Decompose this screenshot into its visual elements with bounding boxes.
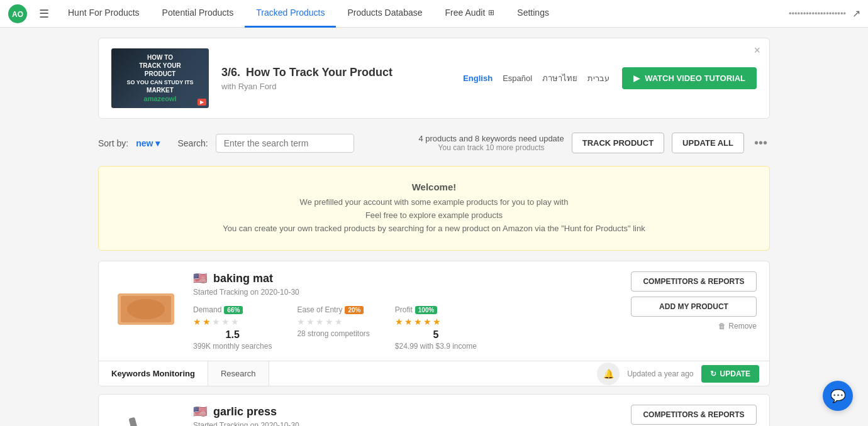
lang-espanol[interactable]: Español	[503, 74, 532, 83]
product-name-row: 🇺🇸 baking mat	[193, 271, 618, 285]
product-name: baking mat	[213, 272, 273, 285]
profit-value: 5	[395, 329, 477, 341]
hamburger-button[interactable]: ☰	[34, 4, 54, 23]
update-info: 4 products and 8 keywords need update Yo…	[418, 134, 564, 152]
product-tracking-date: Started Tracking on 2020-10-30	[193, 288, 618, 297]
product-image-garlic-press	[111, 405, 181, 426]
metric-ease: Ease of Entry 20% ★ ★ ★ ★ ★ 28 strong co…	[297, 305, 369, 338]
logo[interactable]: AO	[8, 4, 28, 24]
external-link-icon[interactable]: ↗	[852, 8, 860, 19]
nav-item-audit[interactable]: Free Audit ⊞	[434, 0, 506, 28]
nav-item-tracked[interactable]: Tracked Products	[245, 0, 336, 28]
product-footer-right: 🔔 Updated a year ago ↻ UPDATE	[597, 363, 769, 385]
nav-right: •••••••••••••••••••• ↗	[789, 8, 860, 19]
profit-sub: $24.99 with $3.9 income	[395, 342, 477, 351]
nav-item-hunt[interactable]: Hunt For Products	[57, 0, 151, 28]
notify-icon[interactable]: 🔔	[597, 363, 620, 385]
demand-stars: ★ ★ ★ ★ ★	[193, 317, 272, 327]
flag-usa-garlic: 🇺🇸	[193, 405, 207, 418]
svg-rect-5	[128, 417, 144, 426]
chat-button[interactable]: 💬	[823, 381, 853, 411]
metric-profit: Profit 100% ★ ★ ★ ★ ★ 5 $24.99 with $3.9…	[395, 305, 477, 351]
product-name-garlic: garlic press	[213, 405, 277, 418]
product-details-baking-mat: 🇺🇸 baking mat Started Tracking on 2020-1…	[193, 271, 618, 351]
lang-thai[interactable]: ภาษาไทย	[542, 72, 577, 85]
tutorial-author: with Ryan Ford	[221, 82, 450, 91]
user-email: ••••••••••••••••••••	[789, 9, 846, 18]
play-icon: ▶	[633, 74, 640, 83]
remove-button[interactable]: 🗑 Remove	[718, 322, 757, 330]
garlic-press-svg	[114, 408, 177, 426]
product-footer-baking-mat: Keywords Monitoring Research 🔔 Updated a…	[99, 361, 769, 386]
watch-video-button[interactable]: ▶ WATCH VIDEO TUTORIAL	[622, 67, 757, 89]
baking-mat-svg	[114, 275, 177, 337]
ease-stars: ★ ★ ★ ★ ★	[297, 317, 369, 327]
welcome-line2: Feel free to explore example products	[119, 209, 749, 222]
search-label: Search:	[177, 138, 208, 148]
tutorial-info: 3/6. How To Track Your Product with Ryan…	[221, 66, 450, 91]
flag-usa: 🇺🇸	[193, 271, 207, 285]
tutorial-thumb-badge: ▶	[198, 99, 206, 106]
product-card-body-garlic: 🇺🇸 garlic press Started Tracking on 2020…	[99, 395, 769, 426]
more-options-button[interactable]: •••	[752, 136, 770, 150]
tab-research[interactable]: Research	[208, 361, 269, 386]
product-image-baking-mat	[111, 271, 181, 341]
chat-icon: 💬	[830, 388, 846, 403]
refresh-icon: ↻	[710, 369, 716, 378]
logo-icon: AO	[8, 4, 28, 24]
profit-badge: 100%	[415, 306, 438, 314]
welcome-line3: You can create your own tracked products…	[119, 222, 749, 236]
welcome-line1: We prefilled your account with some exam…	[119, 196, 749, 209]
tutorial-thumbnail[interactable]: HOW TOTRACK YOURPRODUCTSO YOU CAN STUDY …	[111, 48, 209, 108]
topnav: AO ☰ Hunt For Products Potential Product…	[0, 0, 868, 28]
product-card-body: 🇺🇸 baking mat Started Tracking on 2020-1…	[99, 261, 769, 361]
product-card-garlic-press: 🇺🇸 garlic press Started Tracking on 2020…	[98, 394, 770, 426]
svg-text:AO: AO	[12, 10, 23, 19]
nav-item-potential[interactable]: Potential Products	[151, 0, 245, 28]
tab-keywords-monitoring[interactable]: Keywords Monitoring	[99, 361, 208, 386]
nav-item-settings[interactable]: Settings	[506, 0, 560, 28]
welcome-box: Welcome! We prefilled your account with …	[98, 166, 770, 251]
sort-label: Sort by:	[98, 138, 128, 148]
metric-demand: Demand 66% ★ ★ ★ ★ ★ 1.5 399K monthly se…	[193, 305, 272, 351]
update-now-button[interactable]: ↻ UPDATE	[701, 365, 759, 383]
tutorial-thumb-text: HOW TOTRACK YOURPRODUCTSO YOU CAN STUDY …	[126, 53, 193, 104]
toolbar: Sort by: new ▾ Search: 4 products and 8 …	[98, 129, 770, 157]
svg-point-4	[127, 299, 165, 319]
track-product-button[interactable]: TRACK PRODUCT	[572, 133, 664, 153]
close-banner-button[interactable]: ×	[754, 45, 760, 56]
nav-item-database[interactable]: Products Database	[336, 0, 433, 28]
competitors-reports-button[interactable]: COMPETITORS & REPORTS	[631, 271, 757, 292]
ease-sub: 28 strong competitors	[297, 329, 369, 338]
lang-hebrew[interactable]: עברית	[587, 74, 609, 83]
product-card-baking-mat: 🇺🇸 baking mat Started Tracking on 2020-1…	[98, 261, 770, 386]
competitors-reports-button-garlic[interactable]: COMPETITORS & REPORTS	[631, 405, 757, 425]
sort-select[interactable]: new ▾	[136, 138, 160, 148]
search-input[interactable]	[216, 134, 354, 153]
product-metrics: Demand 66% ★ ★ ★ ★ ★ 1.5 399K monthly se…	[193, 305, 618, 351]
welcome-heading: Welcome!	[119, 182, 749, 192]
product-actions-garlic: COMPETITORS & REPORTS ADD MY PRODUCT	[631, 405, 757, 426]
tutorial-title: 3/6. How To Track Your Product	[221, 66, 450, 79]
lang-english[interactable]: English	[463, 74, 492, 83]
tutorial-banner: HOW TOTRACK YOURPRODUCTSO YOU CAN STUDY …	[98, 38, 770, 119]
main-content: HOW TOTRACK YOURPRODUCTSO YOU CAN STUDY …	[88, 28, 780, 426]
nav-items: Hunt For Products Potential Products Tra…	[57, 0, 789, 28]
product-name-row-garlic: 🇺🇸 garlic press	[193, 405, 618, 418]
add-my-product-button[interactable]: ADD MY PRODUCT	[631, 297, 757, 317]
product-details-garlic: 🇺🇸 garlic press Started Tracking on 2020…	[193, 405, 618, 426]
grid-icon: ⊞	[488, 8, 494, 17]
tutorial-languages: English Español ภาษาไทย עברית	[463, 72, 609, 85]
profit-stars: ★ ★ ★ ★ ★	[395, 317, 477, 327]
product-tracking-date-garlic: Started Tracking on 2020-10-30	[193, 421, 618, 426]
ease-badge: 20%	[345, 306, 364, 314]
update-all-button[interactable]: UPDATE ALL	[672, 133, 744, 153]
trash-icon: 🗑	[718, 322, 726, 330]
demand-badge: 66%	[224, 306, 243, 314]
updated-text: Updated a year ago	[627, 369, 693, 378]
demand-value: 1.5	[193, 329, 272, 341]
demand-sub: 399K monthly searches	[193, 342, 272, 351]
product-actions-baking-mat: COMPETITORS & REPORTS ADD MY PRODUCT 🗑 R…	[631, 271, 757, 330]
